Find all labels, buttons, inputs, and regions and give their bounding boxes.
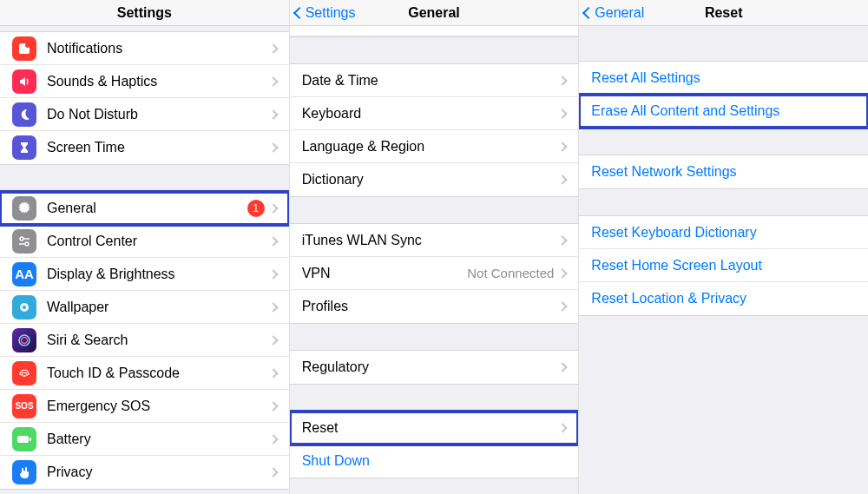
- chevron-right-icon: [268, 434, 278, 444]
- svg-point-2: [20, 237, 23, 240]
- row-reset-network[interactable]: Reset Network Settings: [579, 155, 868, 188]
- row-label: Date & Time: [302, 73, 560, 89]
- row-shutdown[interactable]: Shut Down: [290, 445, 579, 478]
- row-itunes-sync[interactable]: iTunes WLAN Sync: [290, 224, 579, 257]
- row-label: Reset Location & Privacy: [591, 291, 856, 306]
- chevron-right-icon: [558, 268, 568, 278]
- row-label: Reset Network Settings: [591, 164, 856, 180]
- fingerprint-icon: [12, 361, 36, 385]
- row-label: Regulatory: [302, 359, 560, 375]
- row-reset-location[interactable]: Reset Location & Privacy: [579, 282, 868, 315]
- chevron-right-icon: [558, 142, 568, 151]
- row-label: Siri & Search: [47, 333, 270, 348]
- nav-title: Settings: [117, 5, 172, 21]
- row-wallpaper[interactable]: Wallpaper: [0, 291, 289, 324]
- chevron-left-icon: [293, 6, 306, 18]
- chevron-right-icon: [558, 301, 568, 311]
- row-date-time[interactable]: Date & Time: [290, 64, 579, 97]
- row-label: Dictionary: [302, 172, 560, 188]
- navbar: Settings: [0, 0, 289, 26]
- chevron-left-icon: [582, 6, 595, 18]
- row-reset[interactable]: Reset: [290, 412, 579, 445]
- wallpaper-icon: [12, 295, 36, 319]
- chevron-right-icon: [268, 467, 278, 477]
- panel-reset: General Reset Reset All Settings Erase A…: [578, 0, 868, 494]
- row-siri[interactable]: Siri & Search: [0, 324, 289, 357]
- row-label: Reset Home Screen Layout: [591, 258, 856, 273]
- row-notifications[interactable]: Notifications: [0, 32, 289, 65]
- hand-icon: [12, 460, 36, 484]
- row-regulatory[interactable]: Regulatory: [290, 351, 579, 384]
- row-label: Touch ID & Passcode: [47, 366, 270, 381]
- row-reset-all[interactable]: Reset All Settings: [579, 62, 868, 95]
- row-language[interactable]: Language & Region: [290, 130, 579, 163]
- row-label: Shut Down: [302, 453, 567, 469]
- notifications-icon: [12, 36, 36, 61]
- row-sounds[interactable]: Sounds & Haptics: [0, 65, 289, 98]
- svg-point-4: [25, 242, 29, 246]
- nav-title: Reset: [705, 5, 743, 21]
- chevron-right-icon: [268, 401, 278, 411]
- svg-point-9: [22, 337, 28, 343]
- row-dictionary[interactable]: Dictionary: [290, 163, 579, 196]
- chevron-right-icon: [558, 235, 568, 245]
- row-label: General: [47, 201, 247, 216]
- notification-badge: 1: [247, 200, 265, 217]
- svg-point-1: [25, 43, 30, 48]
- hourglass-icon: [12, 135, 36, 160]
- row-label: Battery: [47, 431, 270, 447]
- row-label: Sounds & Haptics: [47, 74, 270, 89]
- row-display[interactable]: AA Display & Brightness: [0, 258, 289, 291]
- siri-icon: [12, 328, 36, 352]
- row-label: Reset All Settings: [591, 70, 856, 86]
- chevron-right-icon: [268, 203, 278, 213]
- content-scroll[interactable]: Notifications Sounds & Haptics Do Not Di…: [0, 26, 289, 494]
- display-icon: AA: [12, 262, 36, 287]
- back-button[interactable]: General: [584, 5, 644, 21]
- row-cutoff: [290, 26, 579, 36]
- chevron-right-icon: [268, 335, 278, 345]
- row-label: Reset Keyboard Dictionary: [591, 225, 856, 240]
- row-label: Reset: [302, 420, 560, 436]
- nav-title: General: [408, 5, 460, 21]
- svg-point-7: [23, 306, 26, 309]
- row-reset-homescreen[interactable]: Reset Home Screen Layout: [579, 249, 868, 282]
- row-touchid[interactable]: Touch ID & Passcode: [0, 357, 289, 390]
- row-profiles[interactable]: Profiles: [290, 290, 579, 323]
- row-erase-all[interactable]: Erase All Content and Settings: [579, 95, 868, 128]
- back-button[interactable]: Settings: [295, 5, 356, 21]
- content-scroll[interactable]: Reset All Settings Erase All Content and…: [579, 26, 868, 494]
- row-label: Language & Region: [302, 139, 560, 155]
- row-controlcenter[interactable]: Control Center: [0, 225, 289, 258]
- chevron-right-icon: [558, 109, 568, 118]
- chevron-right-icon: [558, 76, 568, 85]
- row-label: Screen Time: [47, 140, 270, 155]
- row-label: iTunes WLAN Sync: [302, 233, 560, 248]
- row-label: Keyboard: [302, 106, 560, 122]
- row-keyboard[interactable]: Keyboard: [290, 97, 579, 130]
- panel-general: Settings General Date & Time Keyboard La…: [289, 0, 579, 494]
- chevron-right-icon: [268, 109, 278, 119]
- moon-icon: [12, 102, 36, 127]
- chevron-right-icon: [268, 236, 278, 246]
- row-reset-keyboard-dict[interactable]: Reset Keyboard Dictionary: [579, 216, 868, 249]
- row-screentime[interactable]: Screen Time: [0, 131, 289, 164]
- chevron-right-icon: [268, 269, 278, 279]
- row-label: Control Center: [47, 234, 270, 249]
- row-privacy[interactable]: Privacy: [0, 456, 289, 489]
- row-dnd[interactable]: Do Not Disturb: [0, 98, 289, 131]
- row-battery[interactable]: Battery: [0, 423, 289, 456]
- chevron-right-icon: [268, 368, 278, 378]
- back-label: Settings: [306, 5, 356, 21]
- row-general[interactable]: General 1: [0, 192, 289, 225]
- chevron-right-icon: [268, 302, 278, 312]
- chevron-right-icon: [558, 175, 568, 184]
- panel-settings: Settings Notifications Sounds & Haptics: [0, 0, 289, 494]
- row-sos[interactable]: SOS Emergency SOS: [0, 390, 289, 423]
- chevron-right-icon: [268, 43, 278, 53]
- row-label: Profiles: [302, 299, 560, 314]
- row-vpn[interactable]: VPN Not Connected: [290, 257, 579, 290]
- back-label: General: [595, 5, 644, 21]
- content-scroll[interactable]: Date & Time Keyboard Language & Region D…: [290, 26, 579, 494]
- chevron-right-icon: [558, 423, 568, 432]
